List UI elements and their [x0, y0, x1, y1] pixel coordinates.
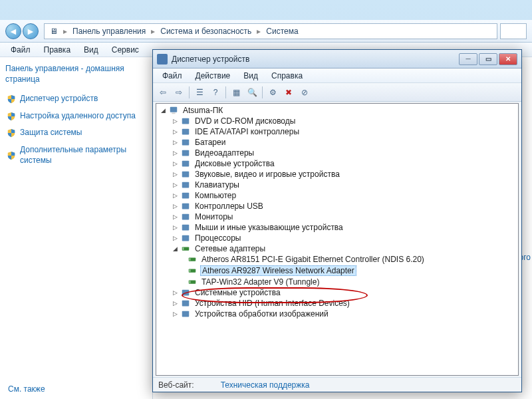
expander-icon[interactable]: ▷ — [171, 138, 179, 146]
search-input[interactable] — [500, 23, 527, 39]
back-icon[interactable]: ⇦ — [156, 85, 170, 100]
tree-label: DVD и CD-ROM дисководы — [194, 116, 297, 126]
menu-file[interactable]: Файл — [4, 44, 37, 56]
show-hide-icon[interactable]: ☰ — [192, 85, 207, 100]
update-driver-icon[interactable]: ⚙ — [265, 85, 280, 100]
expander-icon[interactable]: ▷ — [171, 181, 179, 189]
disable-icon[interactable]: ⊘ — [297, 85, 312, 100]
devmgr-toolbar: ⇦ ⇨ ☰ ? ▦ 🔍 ⚙ ✖ ⊘ — [153, 83, 521, 102]
tree-root[interactable]: ◢ Atsuma-ПК — [158, 105, 517, 116]
device-category-icon — [180, 180, 191, 190]
svg-rect-10 — [182, 203, 190, 209]
sidebar-item-device-manager[interactable]: Диспетчер устройств — [5, 91, 147, 107]
tree-category[interactable]: ▷Мыши и иные указывающие устройства — [158, 222, 517, 233]
maximize-button[interactable]: ▭ — [479, 53, 497, 65]
menu-file[interactable]: Файл — [156, 70, 189, 82]
tree-label: Системные устройства — [194, 288, 282, 297]
tree-category[interactable]: ▷Системные устройства — [158, 287, 517, 298]
svg-rect-24 — [182, 311, 190, 317]
tree-label: TAP-Win32 Adapter V9 (Tunngle) — [200, 277, 321, 287]
computer-icon — [168, 106, 179, 115]
menu-action[interactable]: Действие — [189, 70, 237, 82]
tree-category[interactable]: ▷Устройства HID (Human Interface Devices… — [158, 298, 517, 309]
expander-icon[interactable]: ▷ — [171, 213, 179, 221]
expander-icon[interactable]: ▷ — [171, 299, 179, 307]
network-adapter-icon — [187, 255, 198, 264]
tree-category[interactable]: ▷Батареи — [158, 137, 517, 148]
close-button[interactable]: ✕ — [499, 53, 517, 65]
expander-icon[interactable]: ◢ — [171, 245, 179, 253]
breadcrumb-item[interactable]: Система — [266, 27, 298, 36]
forward-button[interactable]: ► — [23, 23, 39, 39]
shield-icon — [7, 128, 16, 138]
expander-icon[interactable]: ▷ — [171, 128, 179, 136]
expander-icon[interactable]: ▷ — [171, 234, 179, 242]
device-category-icon — [180, 233, 191, 243]
tree-label: Мыши и иные указывающие устройства — [194, 223, 344, 232]
shield-icon — [7, 112, 16, 121]
expander-icon[interactable]: ▷ — [171, 192, 179, 200]
tree-device-tap[interactable]: TAP-Win32 Adapter V9 (Tunngle) — [158, 277, 517, 287]
svg-rect-21 — [190, 281, 191, 283]
expander-icon[interactable]: ◢ — [159, 106, 167, 114]
expander-icon[interactable]: ▷ — [171, 310, 179, 318]
menu-view[interactable]: Вид — [237, 70, 265, 82]
breadcrumb-item[interactable]: Система и безопасность — [160, 27, 251, 36]
tree-category[interactable]: ▷Устройства обработки изображений — [158, 309, 517, 319]
expander-icon[interactable]: ▷ — [171, 289, 179, 297]
help-icon[interactable]: ? — [208, 85, 223, 100]
menu-edit[interactable]: Правка — [37, 44, 78, 56]
sidebar-item-remote[interactable]: Настройка удаленного доступа — [5, 108, 147, 124]
breadcrumb-item[interactable]: Панель управления — [72, 27, 146, 36]
sidebar-item-protection[interactable]: Защита системы — [5, 125, 147, 141]
expander-icon[interactable]: ▷ — [171, 223, 179, 231]
properties-icon[interactable]: ▦ — [229, 85, 243, 100]
tree-label: Батареи — [194, 138, 227, 147]
tree-category[interactable]: ▷Компьютер — [158, 190, 517, 201]
menu-help[interactable]: Справка — [265, 70, 309, 82]
tree-label: Дисковые устройства — [194, 159, 276, 168]
tree-category[interactable]: ▷Клавиатуры — [158, 180, 517, 190]
minimize-button[interactable]: ─ — [459, 53, 477, 65]
svg-rect-6 — [182, 161, 190, 167]
tree-category[interactable]: ▷Дисковые устройства — [158, 158, 517, 169]
svg-rect-19 — [190, 269, 191, 272]
forward-icon[interactable]: ⇨ — [172, 85, 186, 100]
tree-label: Мониторы — [194, 212, 234, 221]
tree-category[interactable]: ▷DVD и CD-ROM дисководы — [158, 116, 517, 126]
status-link[interactable]: Техническая поддержка — [221, 380, 310, 390]
tree-device-ar9287[interactable]: Atheros AR9287 Wireless Network Adapter — [158, 265, 517, 277]
menu-service[interactable]: Сервис — [105, 44, 146, 56]
menu-view[interactable]: Вид — [77, 44, 105, 56]
tree-category[interactable]: ▷Видеоадаптеры — [158, 148, 517, 158]
expander-icon[interactable]: ▷ — [171, 170, 179, 178]
expander-icon[interactable]: ▷ — [171, 160, 179, 168]
tree-category[interactable]: ▷Процессоры — [158, 233, 517, 243]
devmgr-titlebar[interactable]: Диспетчер устройств ─ ▭ ✕ — [153, 50, 521, 68]
tree-label: Устройства HID (Human Interface Devices) — [194, 299, 351, 308]
svg-rect-23 — [182, 301, 190, 307]
device-category-icon — [180, 170, 191, 179]
tree-category-network[interactable]: ◢ Сетевые адаптеры — [158, 243, 517, 254]
sidebar-item-advanced[interactable]: Дополнительные параметры системы — [5, 142, 147, 168]
sidebar: Панель управления - домашняя страница Ди… — [0, 57, 153, 399]
tree-category[interactable]: ▷Звуковые, видео и игровые устройства — [158, 169, 517, 180]
tree-device-ar8151[interactable]: Atheros AR8151 PCI-E Gigabit Ethernet Co… — [158, 254, 517, 265]
tree-category[interactable]: ▷IDE ATA/ATAPI контроллеры — [158, 126, 517, 137]
svg-rect-3 — [182, 129, 190, 135]
sidebar-label: Дополнительные параметры системы — [20, 145, 146, 166]
expander-icon[interactable]: ▷ — [171, 202, 179, 210]
device-category-icon — [180, 148, 191, 158]
device-tree[interactable]: ◢ Atsuma-ПК ▷DVD и CD-ROM дисководы▷IDE … — [156, 103, 519, 376]
expander-icon[interactable]: ▷ — [171, 149, 179, 157]
tree-category[interactable]: ▷Контроллеры USB — [158, 201, 517, 211]
tree-label-selected: Atheros AR9287 Wireless Network Adapter — [200, 265, 356, 276]
expander-icon[interactable]: ▷ — [171, 117, 179, 125]
uninstall-icon[interactable]: ✖ — [281, 85, 296, 100]
scan-icon[interactable]: 🔍 — [245, 85, 259, 100]
back-button[interactable]: ◄ — [5, 23, 21, 39]
see-also-label: См. также — [8, 384, 45, 394]
breadcrumb[interactable]: 🖥 ▸ Панель управления ▸ Система и безопа… — [44, 23, 497, 39]
sidebar-title[interactable]: Панель управления - домашняя страница — [5, 64, 147, 84]
tree-category[interactable]: ▷Мониторы — [158, 211, 517, 222]
